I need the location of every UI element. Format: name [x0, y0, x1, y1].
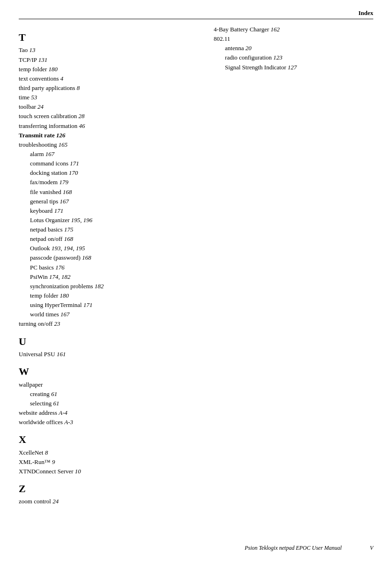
- index-entry: time 53: [19, 93, 204, 102]
- entry-page: 165: [59, 141, 68, 148]
- index-entry: antenna 20: [214, 44, 373, 53]
- index-entry: turning on/off 23: [19, 319, 204, 329]
- entry-text: general tips: [30, 198, 58, 205]
- entry-text: Transmit rate: [19, 132, 55, 139]
- index-entry: XTNDConnect Server 10: [19, 467, 204, 476]
- index-entry: Universal PSU 161: [19, 350, 204, 359]
- entry-text: temp folder: [19, 66, 47, 73]
- index-entry: command icons 171: [19, 159, 204, 168]
- entry-text: keyboard: [30, 207, 52, 214]
- entry-page: 171: [54, 207, 64, 214]
- entry-page: 123: [274, 54, 283, 61]
- entry-page: 127: [288, 64, 297, 71]
- index-entry: general tips 167: [19, 197, 204, 206]
- index-entry: 4-Bay Battery Charger 162: [214, 25, 373, 34]
- entry-page: 180: [60, 292, 69, 299]
- index-entry: passcode (password) 168: [19, 253, 204, 262]
- entry-page: 46: [79, 122, 85, 129]
- index-entry: netpad basics 175: [19, 225, 204, 234]
- entry-text: PsiWin: [30, 273, 48, 280]
- entry-text: file vanished: [30, 188, 61, 195]
- entry-text: netpad basics: [30, 226, 63, 233]
- entry-page: 175: [64, 226, 74, 233]
- entry-page: 168: [63, 188, 72, 195]
- entry-text: transferring information: [19, 122, 77, 129]
- entry-page: 167: [60, 311, 70, 318]
- index-entry: Outlook 193, 194, 195: [19, 244, 204, 253]
- entry-page: 61: [51, 390, 57, 397]
- entry-text: fax/modem: [30, 179, 58, 186]
- entry-page: 174, 182: [49, 273, 71, 280]
- entry-text: Signal Strength Indicator: [225, 64, 286, 71]
- entry-page: 167: [60, 198, 69, 205]
- index-entry: docking station 170: [19, 168, 204, 178]
- index-entry: radio configuration 123: [214, 53, 373, 62]
- index-entry: PsiWin 174, 182: [19, 272, 204, 282]
- entry-page: 13: [30, 46, 36, 53]
- entry-page: 167: [45, 150, 55, 157]
- entry-text: 4-Bay Battery Charger: [214, 26, 269, 33]
- page-header: Index: [19, 9, 373, 19]
- index-entry: temp folder 180: [19, 291, 204, 300]
- entry-text: troubleshooting: [19, 141, 57, 148]
- section-letter-Z: Z: [19, 483, 204, 495]
- entry-page: 171: [83, 301, 93, 308]
- entry-text: XcelleNet: [19, 449, 44, 456]
- entry-page: 193, 194, 195: [52, 245, 85, 252]
- entry-page: A-3: [64, 419, 73, 426]
- entry-text: wallpaper: [19, 381, 43, 388]
- entry-text: passcode (password): [30, 254, 81, 261]
- entry-text: world times: [30, 311, 59, 318]
- entry-page: 182: [95, 283, 104, 290]
- index-entry: Signal Strength Indicator 127: [214, 63, 373, 72]
- entry-text: XML-Run™: [19, 458, 51, 465]
- index-entry: transferring information 46: [19, 121, 204, 131]
- entry-text: temp folder: [30, 292, 58, 299]
- entry-text: radio configuration: [225, 54, 272, 61]
- section-letter-U: U: [19, 336, 204, 348]
- index-entry: fax/modem 179: [19, 178, 204, 187]
- index-entry: temp folder 180: [19, 65, 204, 74]
- entry-page: 61: [53, 400, 59, 407]
- entry-text: turning on/off: [19, 320, 52, 327]
- index-entry: Tao 13: [19, 45, 204, 55]
- index-entry: keyboard 171: [19, 206, 204, 216]
- section-letter-W: W: [19, 366, 204, 378]
- entry-page: 180: [49, 66, 58, 73]
- index-entry: Lotus Organizer 195, 196: [19, 216, 204, 225]
- entry-page: 20: [245, 45, 251, 52]
- entry-page: 179: [59, 179, 68, 186]
- index-entry: file vanished 168: [19, 187, 204, 197]
- entry-page: A-4: [59, 409, 67, 416]
- footer-title: Psion Teklogix netpad EPOC User Manual: [244, 545, 341, 552]
- entry-text: TCP/IP: [19, 56, 37, 63]
- entry-page: 9: [52, 458, 55, 465]
- index-entry: text conventions 4: [19, 74, 204, 83]
- entry-page: 8: [77, 84, 80, 91]
- index-entry: zoom control 24: [19, 497, 204, 506]
- entry-text: Universal PSU: [19, 351, 55, 358]
- entry-page: 195, 196: [71, 217, 93, 224]
- entry-text: 802.11: [214, 35, 230, 42]
- entry-text: XTNDConnect Server: [19, 468, 74, 475]
- index-entry: netpad on/off 168: [19, 234, 204, 244]
- entry-page: 8: [45, 449, 48, 456]
- entry-page: 162: [271, 26, 280, 33]
- entry-page: 24: [37, 103, 44, 110]
- right-column: 4-Bay Battery Charger 162802.11antenna 2…: [214, 25, 373, 507]
- entry-page: 170: [69, 169, 78, 176]
- index-entry: selecting 61: [19, 399, 204, 408]
- entry-text: text conventions: [19, 75, 59, 82]
- entry-text: alarm: [30, 150, 44, 157]
- entry-text: netpad on/off: [30, 235, 62, 242]
- entry-text: Outlook: [30, 245, 50, 252]
- entry-page: 171: [70, 160, 79, 167]
- entry-page: 4: [60, 75, 64, 82]
- entry-text: Lotus Organizer: [30, 217, 70, 224]
- entry-page: 23: [54, 320, 60, 327]
- entry-page: 168: [82, 254, 91, 261]
- index-entry: Transmit rate 126: [19, 131, 204, 140]
- entry-text: creating: [30, 390, 50, 397]
- index-entry: world times 167: [19, 310, 204, 319]
- header-title: Index: [358, 9, 373, 16]
